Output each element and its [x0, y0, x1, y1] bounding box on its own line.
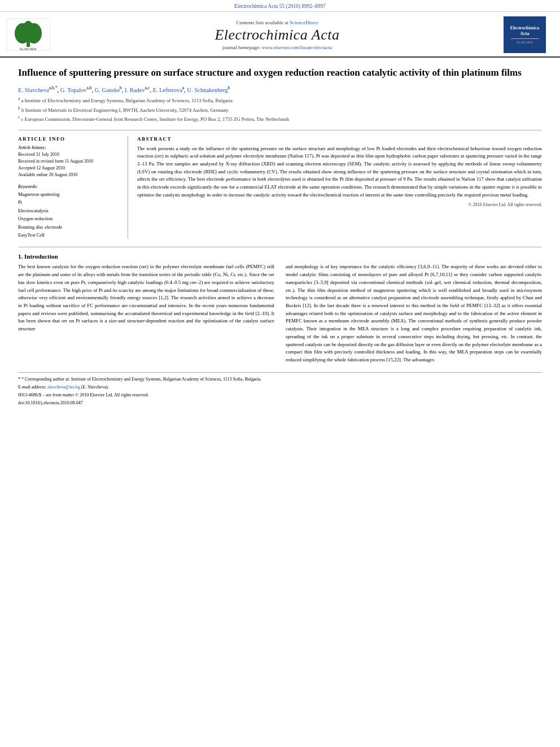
body-col-right: and morphology is of key importance for … [286, 263, 542, 364]
keywords-label: Keywords: [18, 184, 122, 189]
logo-box-sub: ELSEVIER [517, 41, 532, 44]
author-topalov: G. Topalov [60, 86, 87, 93]
footnote-email-link[interactable]: slavcheva@ias.bg [47, 385, 80, 390]
keyword-6: EasyTest Cell [18, 231, 122, 239]
keywords-section: Keywords: Magnetron sputtering Pt Electr… [18, 184, 122, 239]
article-info-col: ARTICLE INFO Article history: Received 3… [18, 136, 128, 239]
accepted-date: Accepted 12 August 2010 [18, 165, 122, 172]
journal-citation: Electrochimica Acta 55 (2010) 8992–8997 [234, 3, 326, 9]
online-date: Available online 20 August 2010 [18, 172, 122, 178]
body-col-left: The best known catalysts for the oxygen … [18, 263, 274, 364]
page: Electrochimica Acta 55 (2010) 8992–8997 … [0, 0, 560, 747]
footnote-email: E-mail address: slavcheva@ias.bg (E. Sla… [18, 384, 542, 391]
section1-heading: 1. Introduction [18, 253, 542, 260]
authors-line: E. Slavchevaa,b,*, G. Topalova,b, G. Gan… [18, 85, 542, 93]
header-center: Contents lists available at ScienceDirec… [56, 20, 498, 50]
section-divider [18, 247, 542, 247]
keyword-2: Pt [18, 198, 122, 206]
affiliation-c: c c European Commission, Directorate-Gen… [18, 115, 542, 123]
journal-logo-box: ElectrochimicaActa ELSEVIER [504, 16, 546, 53]
affiliations: a a Institute of Electrochemistry and En… [18, 96, 542, 123]
intro-text-right: and morphology is of key importance for … [286, 263, 542, 364]
keyword-4: Oxygen reduction [18, 215, 122, 222]
keyword-1: Magnetron sputtering [18, 190, 122, 198]
author-radev: I. Radev [125, 86, 145, 93]
article-history: Article history: Received 31 July 2010 R… [18, 145, 122, 178]
keyword-3: Electrocatalysis [18, 207, 122, 215]
logo-box-title: ElectrochimicaActa [510, 25, 539, 37]
journal-logo-right: ElectrochimicaActa ELSEVIER [504, 16, 549, 53]
affiliation-b: b b Institute of Materials in Electrical… [18, 106, 542, 114]
author-ganske: G. Ganske [95, 86, 120, 93]
body-two-col: The best known catalysts for the oxygen … [18, 263, 542, 364]
article-title: Influence of sputtering pressure on surf… [18, 67, 542, 80]
article-info-label: ARTICLE INFO [18, 136, 122, 142]
author-schnakenberg: U. Schnakenberg [187, 86, 228, 93]
intro-text-left: The best known catalysts for the oxygen … [18, 263, 274, 333]
abstract-col: ABSTRACT The work presents a study on th… [137, 136, 542, 239]
footnote-area: * * Corresponding author at: Institute o… [18, 372, 542, 407]
journal-citation-bar: Electrochimica Acta 55 (2010) 8992–8997 [0, 0, 560, 12]
elsevier-logo: ELSEVIER [6, 18, 51, 53]
copyright-notice: © 2010 Elsevier Ltd. All rights reserved… [137, 202, 542, 207]
svg-point-4 [23, 21, 34, 39]
footnote-doi: doi:10.1016/j.electacta.2010.08.047 [18, 400, 542, 407]
homepage-url[interactable]: www.elsevier.com/locate/electacta [262, 45, 332, 50]
history-label: Article history: [18, 145, 122, 150]
abstract-label: ABSTRACT [137, 136, 542, 142]
sciencedirect-link[interactable]: ScienceDirect [290, 20, 318, 25]
keyword-5: Rotating disc electrode [18, 223, 122, 231]
footnote-star: * * Corresponding author at: Institute o… [18, 376, 542, 383]
author-slavcheva: E. Slavcheva [18, 86, 49, 93]
main-content: Influence of sputtering pressure on surf… [0, 58, 560, 417]
revised-date: Received in revised form 11 August 2010 [18, 158, 122, 165]
journal-title: Electrochimica Acta [56, 27, 498, 43]
svg-text:ELSEVIER: ELSEVIER [20, 47, 37, 51]
author-lefterova: E. Lefterova [152, 86, 182, 93]
journal-header: ELSEVIER Contents lists available at Sci… [0, 12, 560, 58]
received-date: Received 31 July 2010 [18, 151, 122, 158]
abstract-text: The work presents a study on the influen… [137, 145, 542, 199]
article-info-abstract: ARTICLE INFO Article history: Received 3… [18, 130, 542, 239]
affiliation-a: a a Institute of Electrochemistry and En… [18, 96, 542, 104]
contents-available: Contents lists available at ScienceDirec… [56, 20, 498, 25]
footnote-issn: 0013-4686/$ – see front matter © 2010 El… [18, 392, 542, 399]
journal-homepage: journal homepage: www.elsevier.com/locat… [56, 45, 498, 50]
